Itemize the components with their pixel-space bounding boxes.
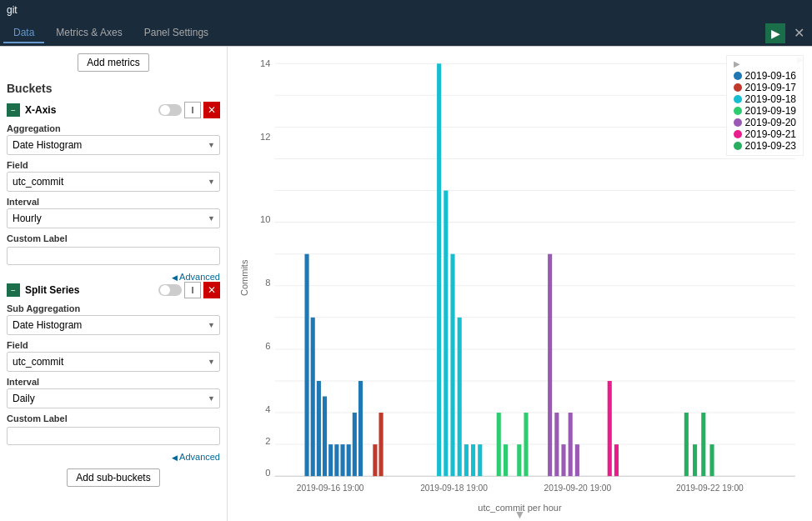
svg-rect-58 bbox=[608, 381, 612, 476]
svg-rect-29 bbox=[317, 381, 321, 476]
advanced-link-1-anchor[interactable]: Advanced bbox=[172, 272, 220, 282]
add-sub-buckets-button[interactable]: Add sub-buckets bbox=[67, 468, 159, 487]
legend-expand-arrow[interactable]: ▶ bbox=[734, 59, 740, 68]
title-label: git bbox=[7, 4, 18, 16]
tab-panel-settings[interactable]: Panel Settings bbox=[134, 23, 218, 43]
split-series-label: Split Series bbox=[25, 284, 158, 296]
run-button[interactable]: ▶ bbox=[765, 23, 785, 43]
chart-container: Commits bbox=[236, 55, 804, 501]
svg-rect-56 bbox=[575, 444, 579, 476]
svg-rect-42 bbox=[450, 254, 454, 476]
svg-rect-40 bbox=[437, 63, 441, 476]
svg-rect-52 bbox=[548, 254, 552, 476]
svg-text:2019-09-22 19:00: 2019-09-22 19:00 bbox=[676, 483, 744, 493]
legend-dot-2 bbox=[734, 95, 742, 103]
x-axis-edit-button[interactable]: I bbox=[184, 102, 201, 118]
svg-rect-46 bbox=[478, 444, 482, 476]
left-panel: Add metrics Buckets − X-Axis I ✕ Aggrega… bbox=[0, 47, 228, 521]
legend-label-3: 2019-09-19 bbox=[745, 105, 796, 117]
svg-rect-30 bbox=[323, 396, 327, 476]
split-series-delete-button[interactable]: ✕ bbox=[203, 282, 220, 298]
sub-aggregation-select[interactable]: Date Histogram bbox=[7, 315, 220, 335]
svg-text:14: 14 bbox=[260, 58, 270, 68]
legend-dot-0 bbox=[734, 72, 742, 80]
tab-data[interactable]: Data bbox=[3, 23, 44, 43]
legend-dot-3 bbox=[734, 107, 742, 115]
svg-rect-31 bbox=[328, 444, 333, 476]
x-axis-controls: I ✕ bbox=[158, 102, 220, 118]
buckets-title: Buckets bbox=[7, 82, 220, 95]
svg-rect-62 bbox=[693, 444, 697, 476]
legend-item-1: 2019-09-17 bbox=[734, 82, 796, 93]
x-interval-select[interactable]: Auto Millisecond Second Minute Hourly Da… bbox=[7, 208, 220, 228]
svg-rect-47 bbox=[497, 413, 501, 476]
split-custom-label-input[interactable] bbox=[7, 427, 220, 445]
aggregation-label: Aggregation bbox=[7, 123, 220, 133]
x-field-select[interactable]: utc_commit bbox=[7, 172, 220, 192]
split-interval-label: Interval bbox=[7, 377, 220, 387]
add-sub-buckets-row: Add sub-buckets bbox=[7, 468, 220, 487]
svg-rect-38 bbox=[379, 413, 383, 476]
legend-label-0: 2019-09-16 bbox=[745, 70, 796, 82]
svg-rect-63 bbox=[701, 413, 705, 476]
svg-text:8: 8 bbox=[265, 278, 270, 288]
svg-text:12: 12 bbox=[260, 132, 270, 142]
svg-rect-53 bbox=[554, 413, 559, 476]
sub-aggregation-label: Sub Aggregation bbox=[7, 303, 220, 313]
legend-label-5: 2019-09-21 bbox=[745, 128, 796, 140]
svg-rect-41 bbox=[444, 191, 448, 477]
split-field-select-wrapper: utc_commit bbox=[7, 352, 220, 372]
svg-rect-61 bbox=[684, 413, 689, 476]
legend-dot-6 bbox=[734, 142, 742, 150]
sub-aggregation-select-wrapper: Date Histogram bbox=[7, 315, 220, 335]
legend-dot-5 bbox=[734, 130, 742, 138]
split-series-toggle[interactable] bbox=[158, 284, 182, 296]
svg-rect-27 bbox=[305, 254, 309, 476]
svg-text:6: 6 bbox=[265, 341, 270, 351]
legend-item-0: 2019-09-16 bbox=[734, 70, 796, 82]
legend-label-6: 2019-09-23 bbox=[745, 140, 796, 152]
svg-rect-48 bbox=[504, 444, 508, 476]
svg-rect-32 bbox=[334, 444, 338, 476]
split-series-edit-button[interactable]: I bbox=[184, 282, 201, 298]
chart-area: 14 12 10 8 6 4 2 0 2019-09-16 19:00 2019… bbox=[249, 55, 804, 501]
title-bar: git bbox=[0, 0, 812, 20]
x-field-label: Field bbox=[7, 160, 220, 170]
legend-item-5: 2019-09-21 bbox=[734, 128, 796, 140]
svg-rect-45 bbox=[471, 444, 475, 476]
svg-rect-51 bbox=[524, 413, 528, 476]
x-custom-label-input[interactable] bbox=[7, 247, 220, 265]
x-axis-toggle[interactable] bbox=[158, 104, 182, 116]
split-custom-label-label: Custom Label bbox=[7, 413, 220, 423]
svg-rect-34 bbox=[347, 444, 351, 476]
split-interval-select-wrapper: Auto Millisecond Second Minute Hourly Da… bbox=[7, 388, 220, 408]
y-axis-label: Commits bbox=[236, 55, 249, 501]
svg-rect-59 bbox=[614, 444, 619, 476]
x-axis-collapse-button[interactable]: − bbox=[7, 103, 20, 117]
advanced-link-1: Advanced bbox=[7, 272, 220, 282]
svg-rect-43 bbox=[458, 318, 462, 476]
legend-item-6: 2019-09-23 bbox=[734, 140, 796, 152]
add-metrics-button[interactable]: Add metrics bbox=[78, 53, 148, 72]
close-button[interactable]: ✕ bbox=[789, 23, 809, 43]
split-series-collapse-button[interactable]: − bbox=[7, 283, 20, 297]
svg-rect-35 bbox=[353, 413, 357, 476]
chevron-down-icon[interactable]: ▼ bbox=[514, 508, 526, 521]
split-interval-select[interactable]: Auto Millisecond Second Minute Hourly Da… bbox=[7, 388, 220, 408]
split-series-controls: I ✕ bbox=[158, 282, 220, 298]
aggregation-select[interactable]: Date Histogram Histogram Range Terms bbox=[7, 135, 220, 155]
svg-rect-44 bbox=[464, 444, 469, 476]
svg-rect-64 bbox=[709, 444, 714, 476]
legend-item-2: 2019-09-18 bbox=[734, 93, 796, 105]
svg-text:10: 10 bbox=[260, 214, 270, 224]
x-axis-delete-button[interactable]: ✕ bbox=[203, 102, 220, 118]
svg-rect-37 bbox=[373, 444, 377, 476]
legend-label-1: 2019-09-17 bbox=[745, 82, 796, 93]
aggregation-select-wrapper: Date Histogram Histogram Range Terms bbox=[7, 135, 220, 155]
tab-metrics-axes[interactable]: Metrics & Axes bbox=[46, 23, 132, 43]
split-series-section: − Split Series I ✕ Sub Aggregation Date … bbox=[7, 282, 220, 445]
svg-rect-54 bbox=[561, 444, 565, 476]
advanced-link-2-anchor[interactable]: Advanced bbox=[172, 452, 220, 462]
svg-rect-33 bbox=[340, 444, 344, 476]
split-field-select[interactable]: utc_commit bbox=[7, 352, 220, 372]
